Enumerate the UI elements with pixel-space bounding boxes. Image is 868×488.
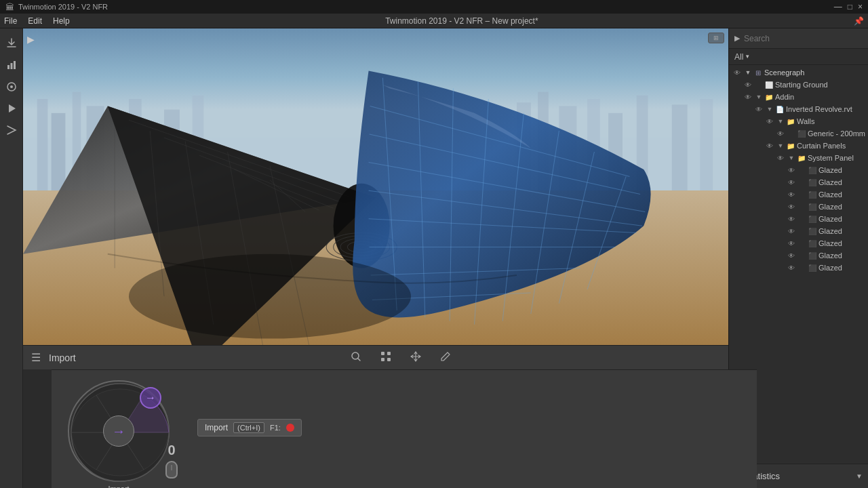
radial-center[interactable]: →: [103, 415, 134, 447]
toolbar-center: [79, 348, 723, 367]
toolbar-left: ☰ Import: [28, 348, 76, 367]
left-panel-stats-btn[interactable]: [1, 56, 22, 75]
filter-dropdown[interactable]: All ▼: [734, 52, 750, 62]
left-panel-play-btn[interactable]: [1, 99, 22, 118]
close-button[interactable]: ×: [858, 2, 863, 12]
svg-rect-1: [10, 63, 12, 69]
filter-label: All: [734, 52, 743, 62]
left-panel-paint-btn[interactable]: [1, 77, 22, 96]
menu-bar: File Edit Help Twinmotion 2019 - V2 NFR …: [0, 14, 868, 28]
menu-help[interactable]: Help: [53, 16, 70, 26]
tree-item-glazed-4[interactable]: 👁 ⬛ Glazed: [783, 201, 868, 213]
toolbar-grid-btn[interactable]: [376, 348, 395, 367]
search-input[interactable]: [744, 34, 863, 43]
item-icon: ⬛: [797, 129, 806, 138]
inverted-revolve-label: Inverted Revolve.rvt: [786, 105, 852, 113]
file-icon: 📄: [775, 104, 785, 114]
item-icon: ⬛: [808, 226, 817, 236]
menu-edit[interactable]: Edit: [28, 16, 42, 26]
eye-icon[interactable]: 👁: [764, 140, 775, 151]
walls-label: Walls: [797, 117, 814, 125]
expand-icon[interactable]: ▼: [766, 105, 774, 113]
filter-chevron: ▼: [745, 54, 750, 60]
toolbar-move-btn[interactable]: [406, 348, 425, 367]
eye-icon[interactable]: 👁: [732, 67, 743, 78]
tree-item-starting-ground[interactable]: 👁 ⬜ Starting Ground: [740, 79, 868, 91]
eye-icon[interactable]: 👁: [775, 152, 786, 163]
viewport-container: ▶ ⊞ ☰ Import: [23, 28, 728, 488]
maximize-button[interactable]: □: [848, 2, 852, 12]
eye-icon[interactable]: 👁: [764, 116, 775, 127]
tree-item-glazed-7[interactable]: 👁 ⬛ Glazed: [783, 237, 868, 249]
navigation-arrow[interactable]: ▶: [27, 34, 35, 45]
toolbar-search-btn[interactable]: [347, 348, 366, 367]
expand-icon[interactable]: ▼: [776, 117, 785, 125]
search-bar: ▶: [729, 28, 868, 49]
mouse-scroll: [172, 465, 172, 470]
toolbar-pen-btn[interactable]: [436, 348, 455, 367]
scene-play-btn[interactable]: ▶: [734, 34, 740, 43]
svg-rect-2: [14, 61, 16, 69]
left-panel-export-btn[interactable]: [1, 121, 22, 140]
tree-item-glazed-6[interactable]: 👁 ⬛ Glazed: [783, 225, 868, 237]
pin-icon: 📌: [854, 16, 864, 26]
radial-circle: → →: [68, 380, 170, 482]
item-icon: ⬛: [808, 214, 817, 224]
eye-icon[interactable]: 👁: [786, 165, 797, 176]
view-control[interactable]: ⊞: [708, 33, 724, 43]
viewport[interactable]: ▶ ⊞: [23, 28, 728, 345]
tree-item-walls[interactable]: 👁 ▼ 📁 Walls: [762, 115, 868, 127]
mouse-cursor-indicator: 0: [165, 443, 178, 479]
tree-item-glazed-1[interactable]: 👁 ⬛ Glazed: [783, 164, 868, 176]
tree-item-curtain-panels[interactable]: 👁 ▼ 📁 Curtain Panels: [762, 140, 868, 152]
eye-icon[interactable]: 👁: [786, 201, 797, 212]
eye-icon[interactable]: 👁: [786, 250, 797, 261]
tree-item-generic-200mm[interactable]: 👁 ⬛ Generic - 200mm: [772, 127, 868, 140]
tree-item-glazed-8[interactable]: 👁 ⬛ Glazed: [783, 249, 868, 262]
eye-icon[interactable]: 👁: [786, 189, 797, 200]
minimize-button[interactable]: —: [834, 2, 842, 12]
window-controls: — □ ×: [834, 2, 863, 12]
expand-icon[interactable]: ▼: [755, 93, 763, 101]
eye-icon[interactable]: 👁: [775, 128, 786, 139]
radial-import-label: Import: [68, 485, 170, 488]
menu-file[interactable]: File: [4, 16, 17, 26]
tree-item-glazed-3[interactable]: 👁 ⬛ Glazed: [783, 188, 868, 201]
eye-icon[interactable]: 👁: [743, 92, 753, 102]
svg-rect-61: [381, 352, 384, 355]
expand-icon[interactable]: ▼: [744, 68, 752, 77]
glazed-1-label: Glazed: [818, 166, 842, 174]
arch-visualization: [23, 28, 728, 345]
tree-item-glazed-2[interactable]: 👁 ⬛ Glazed: [783, 176, 868, 188]
tree-item-addin[interactable]: 👁 ▼ 📁 Addin: [740, 91, 868, 103]
eye-icon[interactable]: 👁: [786, 262, 797, 273]
eye-icon[interactable]: 👁: [786, 226, 797, 237]
expand-icon[interactable]: ▼: [787, 154, 795, 162]
expand-icon[interactable]: ▼: [776, 142, 785, 150]
title-bar: 🏛 Twinmotion 2019 - V2 NFR — □ ×: [0, 0, 868, 14]
bottom-panel: → → Import Import (Ctrl+I) F1:: [52, 369, 757, 488]
left-panel-import-btn[interactable]: [1, 34, 22, 53]
tree-item-glazed-9[interactable]: 👁 ⬛ Glazed: [783, 262, 868, 274]
tooltip-text: Import: [205, 423, 228, 432]
tree-item-system-panel[interactable]: 👁 ▼ 📁 System Panel: [772, 152, 868, 164]
viewport-toolbar: ☰ Import: [23, 345, 728, 369]
tree-item-glazed-5[interactable]: 👁 ⬛ Glazed: [783, 213, 868, 225]
svg-rect-21: [672, 104, 688, 190]
eye-icon[interactable]: 👁: [753, 104, 764, 115]
tree-item-inverted-revolve[interactable]: 👁 ▼ 📄 Inverted Revolve.rvt: [751, 103, 868, 115]
tree-item-scenegraph[interactable]: 👁 ▼ ⊞ Scenegraph: [729, 66, 868, 79]
glazed-5-label: Glazed: [818, 215, 842, 223]
eye-icon[interactable]: 👁: [786, 214, 797, 224]
eye-icon[interactable]: 👁: [743, 79, 753, 90]
hamburger-button[interactable]: ☰: [28, 348, 43, 367]
eye-icon[interactable]: 👁: [786, 238, 797, 249]
eye-icon[interactable]: 👁: [786, 177, 797, 188]
tooltip-shortcut: (Ctrl+I): [233, 422, 264, 433]
folder-icon: 📁: [797, 153, 806, 163]
window-title: Twinmotion 2019 - V2 NFR – New project*: [81, 16, 843, 26]
svg-rect-64: [387, 358, 391, 361]
svg-point-4: [10, 85, 13, 88]
red-indicator: [286, 424, 294, 432]
radial-import-btn[interactable]: →: [140, 387, 161, 409]
